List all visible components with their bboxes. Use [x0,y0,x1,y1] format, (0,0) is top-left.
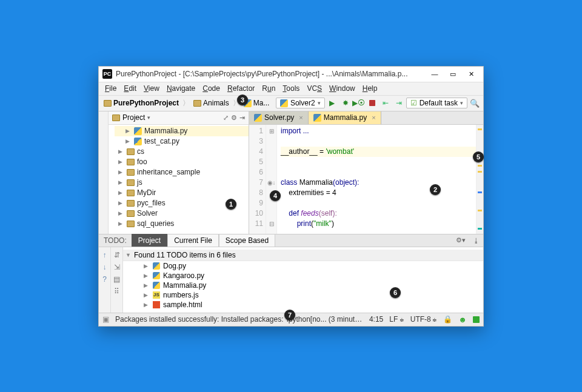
stop-icon [369,100,375,106]
close-icon[interactable]: × [372,114,375,121]
tree-item[interactable]: ▶Solver [115,208,249,219]
todo-file-row[interactable]: ▶Kangaroo.py [123,271,483,281]
tool-windows-icon[interactable]: ▣ [102,315,109,324]
menu-navigate[interactable]: Navigate [163,83,199,94]
close-button[interactable]: ✕ [463,68,480,80]
chevron-right-icon[interactable]: ▶ [125,128,132,134]
editor-tab[interactable]: Solver.py× [249,111,309,124]
gear-icon[interactable]: ⚙ [231,114,237,122]
todo-tab-current-file[interactable]: Current File [167,234,219,247]
menu-file[interactable]: File [101,83,120,94]
chevron-right-icon[interactable]: ▶ [118,210,124,216]
python-file-icon [313,114,321,122]
menu-code[interactable]: Code [199,83,224,94]
hide-icon[interactable]: ⭳ [469,237,483,244]
tree-item[interactable]: ▶inheritance_sample [115,167,249,178]
arrow-down-icon[interactable]: ↓ [103,263,107,271]
todo-file-row[interactable]: ▶JSnumbers.js [123,290,483,300]
editor[interactable]: 1 3 4 5 6 7 8 9 10 11 ⊞ ◉↓ ⊟ import ... … [249,125,483,234]
error-stripe[interactable] [476,125,483,234]
editor-tab[interactable]: Mammalia.py× [309,111,381,124]
chevron-right-icon[interactable]: ▶ [144,302,150,308]
autoscroll-icon[interactable]: ⤢ [223,114,229,122]
todo-file-row[interactable]: ▶Dog.py [123,261,483,271]
menu-view[interactable]: View [140,83,163,94]
status-line-sep[interactable]: LF ≑ [389,315,404,324]
chevron-right-icon[interactable]: ▶ [144,292,150,298]
menu-run[interactable]: Run [258,83,279,94]
chevron-right-icon[interactable]: ▶ [118,221,124,227]
todo-tree[interactable]: ▼Found 11 TODO items in 6 files ▶Dog.py▶… [123,247,483,313]
coverage-icon: ▶⦿ [352,99,365,107]
more-icon[interactable]: ⠿ [114,287,119,296]
breadcrumb-root[interactable]: PurePythonProject [101,99,181,107]
menu-tools[interactable]: Tools [279,83,303,94]
status-caret[interactable]: 4:15 [369,315,383,324]
menu-edit[interactable]: Edit [120,83,140,94]
notifications-icon[interactable] [473,316,480,323]
gear-icon[interactable]: ⚙▾ [452,236,469,244]
folder-icon [127,190,135,196]
minimize-button[interactable]: — [426,68,443,80]
menu-refactor[interactable]: Refactor [224,83,258,94]
chevron-down-icon[interactable]: ▾ [147,115,150,121]
menu-window[interactable]: Window [326,83,359,94]
close-icon[interactable]: × [299,114,303,121]
coverage-button[interactable]: ▶⦿ [353,97,365,109]
hide-icon[interactable]: ⇥ [239,114,245,122]
folder-icon [112,115,120,121]
nav-back-button[interactable]: ⇤ [380,97,392,109]
line-number-gutter[interactable]: 1 3 4 5 6 7 8 9 10 11 [249,125,266,234]
expand-icon[interactable]: ⇵ [114,251,120,259]
callout-1: 1 [226,199,236,210]
navigation-bar: PurePythonProject 〉 Animals 〉 Ma... 3 So… [99,96,483,111]
tree-item[interactable]: ▶test_cat.py [115,136,249,147]
todo-tab-project[interactable]: Project [132,234,167,247]
todo-tab-scope[interactable]: Scope Based [219,234,275,247]
status-encoding[interactable]: UTF-8 ≑ [410,315,438,324]
arrow-up-icon[interactable]: ↑ [103,251,107,259]
tree-item[interactable]: ▶MyDir [115,188,249,198]
chevron-right-icon[interactable]: ▶ [118,169,124,175]
chevron-right-icon[interactable]: ▶ [125,138,132,144]
marker-gutter[interactable]: ⊞ ◉↓ ⊟ [266,125,277,234]
tree-item[interactable]: ▶sql_queries [115,219,249,229]
maximize-button[interactable]: ▭ [444,68,461,80]
debug-button[interactable]: ✸ [340,97,352,109]
help-icon[interactable]: ? [102,275,107,284]
task-select[interactable]: ☑Default task▾ [406,98,467,108]
todo-file-row[interactable]: ▶Mammalia.py [123,281,483,290]
chevron-right-icon[interactable]: ▶ [144,282,150,288]
chevron-right-icon[interactable]: ▶ [118,148,124,154]
chevron-right-icon[interactable]: ▶ [144,273,150,279]
project-tree[interactable]: ▶Mammalia.py▶test_cat.py▶cs▶foo▶inherita… [109,125,249,234]
run-config-select[interactable]: Solver2▾ [276,98,325,108]
chevron-right-icon[interactable]: ▶ [118,190,124,196]
search-everywhere-button[interactable]: 🔍 [469,97,481,109]
menu-help[interactable]: Help [359,83,381,94]
callout-3: 3 [237,95,248,105]
group-icon[interactable]: ▤ [113,275,120,284]
tree-item[interactable]: ▶foo [115,157,249,167]
breadcrumb-folder[interactable]: Animals [191,99,232,107]
stop-button[interactable] [366,97,378,109]
code-area[interactable]: import ... __author__ = 'wombat' class M… [277,125,476,234]
inspection-icon[interactable]: ☻ [458,315,467,324]
lock-icon[interactable]: 🔒 [443,315,452,324]
chevron-down-icon[interactable]: ▼ [125,252,132,258]
tree-item[interactable]: ▶Mammalia.py [115,126,249,136]
chevron-right-icon[interactable]: ▶ [144,263,150,269]
collapse-icon[interactable]: ⇲ [114,263,120,271]
tree-item[interactable]: ▶js [115,178,249,188]
todo-file-row[interactable]: ▶sample.html [123,300,483,310]
ide-window: PC PurePythonProject - [C:\SampleProject… [98,66,484,327]
menu-vcs[interactable]: VCS [303,83,326,94]
nav-fwd-button[interactable]: ⇥ [393,97,405,109]
project-tool-stripe[interactable] [99,111,109,234]
tree-item[interactable]: ▶cs [115,147,249,157]
run-button[interactable]: ▶ [326,97,338,109]
chevron-right-icon[interactable]: ▶ [118,159,124,165]
tree-item-label: inheritance_sample [137,168,200,176]
chevron-right-icon[interactable]: ▶ [118,200,124,206]
chevron-right-icon[interactable]: ▶ [118,179,124,185]
